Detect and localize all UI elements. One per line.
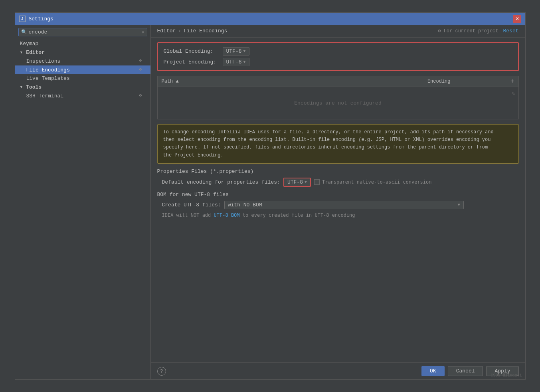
global-encoding-row: Global Encoding: UTF-8 ▼	[164, 47, 512, 55]
sidebar-item-file-encodings-label: File Encodings	[26, 67, 70, 73]
bom-dropdown-arrow-icon: ▼	[458, 203, 460, 207]
project-encoding-arrow-icon: ▼	[243, 60, 246, 64]
app-icon: J	[19, 16, 26, 22]
sidebar-item-inspections-label: Inspections	[26, 58, 61, 64]
create-utf8-value: with NO BOM	[228, 202, 456, 208]
ok-button[interactable]: OK	[421, 366, 445, 376]
sidebar-item-ssh-terminal-label: SSH Terminal	[26, 93, 64, 99]
project-encoding-dropdown[interactable]: UTF-8 ▼	[223, 58, 249, 66]
default-encoding-row: Default encoding for properties files: U…	[157, 178, 519, 187]
sidebar-item-tools[interactable]: ▾ Tools	[15, 83, 150, 91]
search-icon: 🔍	[21, 29, 27, 35]
bom-section-title: BOM for new UTF-8 files	[157, 192, 519, 198]
default-encoding-dropdown[interactable]: UTF-8 ▼	[283, 178, 311, 187]
table-empty-message: Encodings are not configured	[294, 100, 381, 106]
bom-hint-suffix: to every created file in UTF-8 encoding	[240, 212, 355, 218]
default-encoding-arrow-icon: ▼	[305, 180, 307, 184]
table-edit-icon: ✎	[512, 90, 515, 97]
transparent-checkbox[interactable]	[314, 179, 320, 185]
global-encoding-label: Global Encoding:	[164, 48, 220, 54]
help-button[interactable]: ?	[157, 367, 166, 376]
table-add-button[interactable]: +	[510, 78, 514, 85]
inspections-icon: ⚙	[139, 58, 146, 64]
info-text: To change encoding IntelliJ IDEA uses fo…	[163, 129, 494, 158]
search-clear-icon[interactable]: ✕	[142, 30, 144, 35]
bom-row: Create UTF-8 files: with NO BOM ▼	[157, 201, 519, 209]
breadcrumb-editor: Editor	[157, 28, 176, 34]
sidebar-item-ssh-terminal[interactable]: SSH Terminal ⚙	[15, 91, 150, 100]
sidebar-item-live-templates[interactable]: Live Templates	[15, 74, 150, 83]
dialog-title: Settings	[29, 16, 53, 22]
default-encoding-label: Default encoding for properties files:	[162, 179, 280, 185]
watermark-text: CSDN @liuaa41	[491, 373, 522, 378]
bom-hint: IDEA will NOT add UTF-8 BOM to every cre…	[157, 212, 519, 218]
title-bar-left: J Settings	[19, 16, 53, 22]
path-encoding-table: Path ▲ Encoding + Encodings are not conf…	[157, 76, 519, 119]
properties-title: Properties Files (*.properties)	[157, 168, 519, 174]
sidebar-item-tools-label: ▾ Tools	[20, 84, 42, 90]
table-body: Encodings are not configured ✎	[158, 87, 518, 119]
breadcrumb-file-encodings: File Encodings	[184, 28, 227, 34]
sidebar-item-live-templates-label: Live Templates	[26, 75, 70, 81]
table-path-header: Path ▲	[162, 79, 427, 84]
default-encoding-value: UTF-8	[287, 179, 303, 185]
project-encoding-label: Project Encoding:	[164, 59, 220, 65]
table-encoding-header: Encoding	[427, 79, 507, 84]
breadcrumb: Editor › File Encodings	[157, 28, 227, 34]
bottom-bar: ? OK Cancel Apply	[151, 362, 525, 379]
global-encoding-value: UTF-8	[226, 48, 242, 54]
settings-dialog: J Settings ✕ 🔍 ✕ Keymap ▾ Editor Inspect…	[15, 12, 526, 380]
project-encoding-row: Project Encoding: UTF-8 ▼	[164, 58, 512, 66]
transparent-label: Transparent native-to-ascii conversion	[322, 179, 432, 185]
properties-section: Properties Files (*.properties) Default …	[157, 168, 519, 187]
main-content: 🔍 ✕ Keymap ▾ Editor Inspections ⚙ File E…	[15, 25, 525, 379]
table-header: Path ▲ Encoding +	[158, 76, 518, 87]
for-current-project-label: ⚙ For current project	[438, 28, 498, 34]
panel-header-right: ⚙ For current project Reset	[438, 28, 518, 34]
sidebar-item-keymap[interactable]: Keymap	[15, 40, 150, 48]
search-bar[interactable]: 🔍 ✕	[18, 28, 147, 36]
reset-button[interactable]: Reset	[503, 28, 518, 34]
breadcrumb-arrow: ›	[178, 28, 181, 34]
create-utf8-dropdown[interactable]: with NO BOM ▼	[224, 201, 464, 209]
sidebar: 🔍 ✕ Keymap ▾ Editor Inspections ⚙ File E…	[15, 25, 151, 379]
sidebar-item-keymap-label: Keymap	[20, 41, 39, 47]
cancel-button[interactable]: Cancel	[448, 366, 483, 376]
file-encodings-icon: ⚙	[139, 67, 146, 73]
sidebar-item-inspections[interactable]: Inspections ⚙	[15, 57, 150, 65]
panel-header: Editor › File Encodings ⚙ For current pr…	[151, 25, 525, 38]
project-encoding-value: UTF-8	[226, 59, 242, 65]
global-encoding-dropdown[interactable]: UTF-8 ▼	[223, 47, 249, 55]
right-panel: Editor › File Encodings ⚙ For current pr…	[151, 25, 525, 379]
bom-section: BOM for new UTF-8 files Create UTF-8 fil…	[157, 192, 519, 218]
ssh-icon: ⚙	[139, 93, 146, 99]
sidebar-item-editor-label: ▾ Editor	[20, 49, 45, 55]
transparent-checkbox-row: Transparent native-to-ascii conversion	[314, 179, 432, 185]
search-input[interactable]	[29, 29, 142, 35]
close-button[interactable]: ✕	[513, 15, 521, 23]
panel-body: Global Encoding: UTF-8 ▼ Project Encodin…	[151, 38, 525, 362]
title-bar: J Settings ✕	[15, 13, 525, 25]
info-box: To change encoding IntelliJ IDEA uses fo…	[157, 124, 519, 164]
create-utf8-label: Create UTF-8 files:	[162, 202, 221, 208]
bom-hint-highlight: UTF-8 BOM	[214, 212, 240, 218]
global-encoding-arrow-icon: ▼	[243, 49, 246, 53]
bom-hint-prefix: IDEA will NOT add	[162, 212, 214, 218]
encoding-section: Global Encoding: UTF-8 ▼ Project Encodin…	[157, 42, 519, 71]
sidebar-item-editor[interactable]: ▾ Editor	[15, 48, 150, 57]
sidebar-item-file-encodings[interactable]: File Encodings ⚙	[15, 65, 150, 74]
